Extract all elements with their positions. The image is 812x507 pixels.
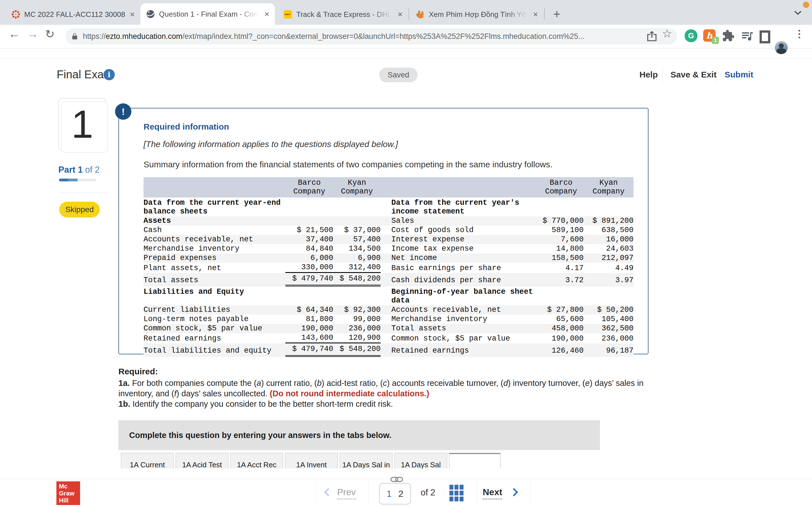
- extensions-puzzle-icon[interactable]: [722, 29, 735, 42]
- browser-menu-icon[interactable]: [799, 30, 800, 38]
- browser-tab-dhl[interactable]: Track & Trace Express - DHL - ×: [278, 4, 408, 25]
- table-row: Data from the current year-end balance s…: [144, 198, 633, 216]
- page-selector[interactable]: 1 2: [379, 483, 411, 504]
- close-tab-icon[interactable]: ×: [130, 10, 135, 18]
- kyan-value: $ 548,200: [333, 343, 380, 357]
- canvas-icon: [11, 10, 20, 19]
- answer-tab[interactable]: 1A Days Sal: [395, 453, 447, 468]
- row-label-left: Assets: [144, 216, 285, 226]
- table-header-row: BarcoCompany KyanCompany BarcoCompany Ky…: [144, 177, 633, 198]
- row-label-right: Sales: [380, 216, 539, 226]
- table-row: Cash $ 21,500 $ 37,000 Cost of goods sol…: [144, 226, 633, 235]
- alert-badge-icon: !: [115, 103, 132, 120]
- kyan-value: 236,000: [333, 324, 380, 333]
- browser-toolbar: ← → ↻ https://ezto.mheducation.com/ext/m…: [0, 25, 812, 48]
- share-icon[interactable]: [646, 29, 658, 43]
- barco-value: 458,000: [539, 324, 583, 333]
- connect-globe-icon: [146, 10, 155, 18]
- row-label-left: Data from the current year-end balance s…: [144, 198, 285, 216]
- chevron-left-icon: [324, 488, 333, 497]
- barco-value: 37,400: [285, 235, 333, 244]
- page-2[interactable]: 2: [398, 489, 403, 499]
- answer-tab[interactable]: 1A Current: [121, 453, 174, 468]
- row-label-right: Common stock, $5 par value: [380, 334, 539, 343]
- kyan-value: 3.97: [583, 275, 633, 286]
- table-row: Plant assets, net 330,000 312,400 Basic …: [144, 263, 633, 273]
- help-button[interactable]: Help: [640, 70, 658, 79]
- answer-tab[interactable]: 1A Invent: [285, 453, 338, 468]
- forward-icon[interactable]: →: [27, 27, 38, 40]
- answer-tab-active[interactable]: [449, 453, 500, 468]
- progress-fill: [59, 179, 78, 181]
- playlist-extension-icon[interactable]: [741, 31, 754, 42]
- lock-icon: [71, 32, 79, 41]
- answer-tab[interactable]: 1A Acid Test: [175, 453, 229, 468]
- close-tab-icon[interactable]: ×: [398, 10, 403, 18]
- honey-extension-icon[interactable]: h1: [703, 29, 716, 42]
- reader-extension-icon[interactable]: [760, 31, 770, 43]
- required-heading: Required:: [118, 367, 158, 376]
- chevron-right-icon: [510, 488, 518, 497]
- summary-text: Summary information from the financial s…: [144, 160, 553, 169]
- row-label-left: Prepaid expenses: [144, 253, 285, 263]
- required-item: 1a. For both companies compute the (a) c…: [118, 378, 649, 399]
- barco-value: 84,840: [285, 244, 333, 253]
- browser-tab-movie[interactable]: Xem Phim Hợp Đồng Tình Yêu ×: [410, 4, 544, 25]
- required-items: 1a. For both companies compute the (a) c…: [118, 378, 649, 409]
- row-label-left: Liabilities and Equity: [144, 287, 285, 297]
- close-tab-icon[interactable]: ×: [264, 10, 269, 18]
- kyan-value: 105,400: [583, 315, 633, 324]
- profile-avatar[interactable]: [775, 41, 788, 54]
- row-label-left: Merchandise inventory: [144, 244, 285, 253]
- tab-search-chevron-icon[interactable]: [794, 10, 802, 15]
- close-tab-icon[interactable]: ×: [533, 10, 538, 18]
- row-label-left: Accounts receivable, net: [144, 235, 285, 244]
- part-total: of 2: [83, 165, 100, 175]
- notification-dot: [803, 2, 809, 8]
- back-icon[interactable]: ←: [8, 27, 20, 40]
- mcgraw-hill-logo: McGrawHill: [56, 482, 80, 505]
- reload-icon[interactable]: ↻: [45, 27, 55, 41]
- row-label-right: Data from the current year's income stat…: [380, 198, 539, 216]
- kyan-value: 120,900: [333, 333, 380, 343]
- kyan-value: 96,187: [583, 345, 633, 357]
- submit-button[interactable]: Submit: [725, 70, 753, 79]
- grammarly-extension-icon[interactable]: G: [684, 29, 698, 42]
- question-card: ! Required information [The following in…: [118, 108, 649, 354]
- prev-button[interactable]: Prev: [337, 487, 356, 499]
- save-and-exit-button[interactable]: Save & Exit: [670, 70, 716, 79]
- kyan-value: 638,500: [583, 226, 633, 235]
- question-number-card[interactable]: 1: [58, 98, 106, 151]
- address-bar[interactable]: https://ezto.mheducation.com/ext/map/ind…: [65, 28, 677, 45]
- answer-tab[interactable]: 1A Acct Rec: [231, 453, 283, 468]
- part-progress-bar: [59, 179, 96, 181]
- table-row: Total liabilities and equity $ 479,740 $…: [144, 343, 633, 357]
- column-header: KyanCompany: [583, 178, 633, 196]
- page-divider: [0, 59, 812, 59]
- bookmark-star-icon[interactable]: ☆: [662, 27, 672, 40]
- kyan-value: 4.49: [583, 264, 633, 273]
- question-number: 1: [71, 101, 93, 147]
- url-scheme: https://: [83, 32, 106, 41]
- page-1[interactable]: 1: [387, 489, 392, 499]
- barco-value: 3.72: [539, 275, 583, 286]
- browser-tab-question-active[interactable]: Question 1 - Final Exam - Conn ×: [140, 3, 275, 25]
- new-tab-button[interactable]: +: [553, 8, 560, 20]
- answer-tab[interactable]: 1A Days Sal in: [340, 453, 393, 468]
- info-icon[interactable]: i: [103, 69, 115, 80]
- required-item: 1b. Identify the company you consider to…: [118, 399, 649, 409]
- table-row: Long-term notes payable 81,800 99,000 Me…: [144, 315, 633, 324]
- financial-table: BarcoCompany KyanCompany BarcoCompany Ky…: [144, 177, 633, 357]
- table-row: Merchandise inventory 84,840 134,500 Inc…: [144, 244, 633, 253]
- page-total-label: of 2: [421, 488, 435, 498]
- barco-value: $ 479,740: [285, 273, 333, 286]
- table-row: Accounts receivable, net 37,400 57,400 I…: [144, 235, 633, 244]
- saved-status-badge: Saved: [379, 68, 417, 82]
- kyan-value: 57,400: [333, 235, 380, 244]
- table-row: Total assets $ 479,740 $ 548,200 Cash di…: [144, 273, 633, 286]
- barco-value: 6,000: [285, 253, 333, 263]
- question-grid-icon[interactable]: [449, 485, 463, 501]
- next-button[interactable]: Next: [483, 487, 502, 499]
- browser-tab-canvas[interactable]: MC 2022 FALL-ACC112 30008 ×: [6, 4, 140, 25]
- kyan-value: [583, 287, 633, 288]
